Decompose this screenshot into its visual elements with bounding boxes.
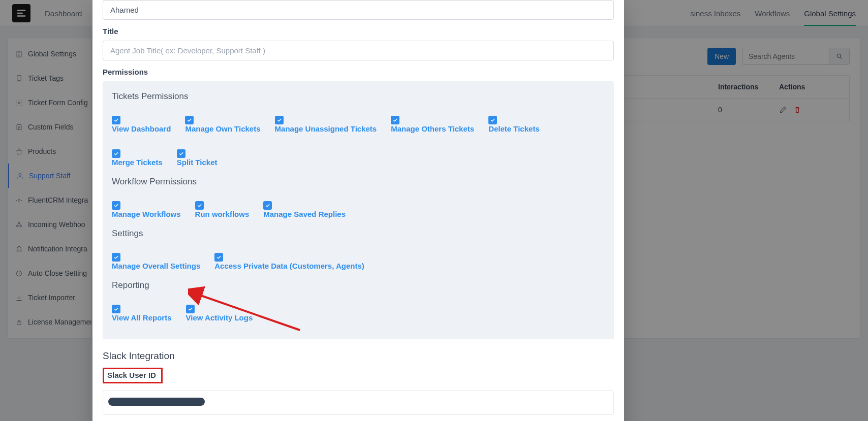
perm-manage-own[interactable]: Manage Own Tickets — [185, 116, 260, 133]
perm-split-ticket[interactable]: Split Ticket — [177, 149, 218, 167]
perm-manage-others[interactable]: Manage Others Tickets — [391, 116, 474, 133]
agent-title-input[interactable] — [103, 41, 614, 60]
perm-run-workflows[interactable]: Run workflows — [195, 201, 250, 218]
slack-user-id-input[interactable] — [103, 391, 614, 415]
permissions-box: Tickets Permissions View Dashboard Manag… — [103, 81, 614, 339]
group-tickets: Tickets Permissions — [112, 91, 605, 102]
perm-manage-workflows[interactable]: Manage Workflows — [112, 201, 181, 218]
group-settings: Settings — [112, 229, 605, 239]
title-label: Title — [103, 27, 614, 36]
permissions-label: Permissions — [103, 68, 614, 76]
perm-view-activity[interactable]: View Activity Logs — [186, 305, 253, 322]
slack-label-highlight: Slack User ID — [103, 368, 163, 383]
agent-name-input[interactable] — [103, 0, 614, 20]
edit-agent-modal: Title Permissions Tickets Permissions Vi… — [92, 0, 624, 421]
perm-view-dashboard[interactable]: View Dashboard — [112, 116, 171, 133]
perm-manage-unassigned[interactable]: Manage Unassigned Tickets — [275, 116, 377, 133]
perm-merge-tickets[interactable]: Merge Tickets — [112, 149, 163, 167]
perm-manage-settings[interactable]: Manage Overall Settings — [112, 253, 200, 270]
perm-manage-replies[interactable]: Manage Saved Replies — [263, 201, 346, 218]
group-workflow: Workflow Permissions — [112, 177, 605, 187]
perm-access-private[interactable]: Access Private Data (Customers, Agents) — [214, 253, 364, 270]
perm-view-reports[interactable]: View All Reports — [112, 305, 172, 322]
perm-delete-tickets[interactable]: Delete Tickets — [488, 116, 540, 133]
group-reporting: Reporting — [112, 280, 605, 290]
redacted-value — [108, 398, 205, 406]
slack-heading: Slack Integration — [103, 350, 614, 362]
